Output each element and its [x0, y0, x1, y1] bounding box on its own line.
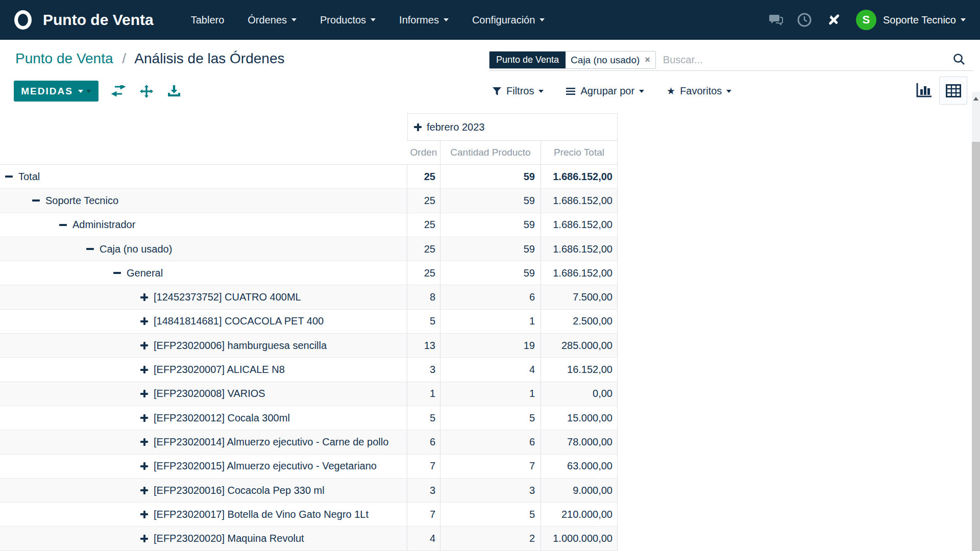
pivot-body: Total25591.686.152,00Soporte Tecnico2559… [0, 165, 618, 551]
expand-icon[interactable] [140, 535, 148, 542]
user-name-label: Soporte Tecnico [883, 14, 956, 26]
pivot-cell-precio: 210.000,00 [541, 503, 618, 527]
messages-icon[interactable] [768, 12, 783, 28]
expand-icon[interactable] [140, 511, 148, 518]
pivot-cell-orden: 6 [407, 430, 440, 454]
expand-icon[interactable] [140, 414, 148, 422]
expand-icon[interactable] [140, 462, 148, 470]
pivot-cell-cantidad: 7 [440, 455, 541, 479]
collapse-icon[interactable] [113, 269, 121, 277]
pivot-row-header[interactable]: Administrador [0, 213, 407, 237]
pivot-row-label: [EFP23020017] Botella de Vino Gato Negro… [154, 509, 369, 520]
chevron-down-icon [538, 90, 544, 93]
collapse-icon[interactable] [86, 245, 94, 253]
measures-button[interactable]: MEDIDAS [14, 81, 99, 102]
flip-axis-icon[interactable] [111, 85, 126, 97]
menu-informes[interactable]: Informes [387, 0, 460, 40]
chevron-down-icon [639, 90, 644, 93]
chevron-down-icon [540, 18, 545, 21]
pivot-row-header[interactable]: [EFP23020007] ALICALE N8 [0, 358, 407, 382]
pivot-cell-orden: 25 [407, 165, 440, 189]
collapse-icon[interactable] [59, 221, 67, 229]
pivot-measure-header-row: Orden Cantidad Producto Precio Total [0, 141, 618, 165]
pivot-row-header[interactable]: [EFP23020016] Cocacola Pep 330 ml [0, 479, 407, 503]
group-by-label: Agrupar por [580, 85, 634, 97]
pivot-cell-orden: 13 [407, 334, 440, 358]
group-by-dropdown[interactable]: Agrupar por [566, 85, 644, 97]
pivot-view-button[interactable] [939, 77, 967, 105]
chevron-down-icon [371, 18, 376, 21]
menu-productos[interactable]: Productos [308, 0, 387, 40]
download-icon[interactable] [167, 85, 181, 98]
pivot-row-header[interactable]: Soporte Tecnico [0, 189, 407, 213]
expand-icon[interactable] [140, 293, 148, 301]
expand-icon[interactable] [414, 123, 422, 131]
pivot-cell-cantidad: 6 [440, 285, 541, 309]
pivot-cell-cantidad: 59 [440, 213, 541, 237]
pivot-row-header[interactable]: [12452373752] CUATRO 400ML [0, 285, 407, 309]
pivot-cell-precio: 1.686.152,00 [541, 213, 618, 237]
menu-tablero[interactable]: Tablero [179, 0, 236, 40]
expand-icon[interactable] [140, 487, 148, 494]
chevron-down-icon [726, 90, 731, 93]
star-icon: ★ [667, 85, 675, 97]
pivot-row-header[interactable]: Total [0, 165, 407, 189]
pivot-row: Administrador25591.686.152,00 [0, 213, 618, 237]
pivot-row-header[interactable]: [EFP23020015] Almuerzo ejecutivo - Veget… [0, 455, 407, 479]
pivot-row-label: [EFP23020015] Almuerzo ejecutivo - Veget… [154, 460, 377, 472]
pivot-row: [EFP23020015] Almuerzo ejecutivo - Veget… [0, 455, 618, 479]
pivot-row: [EFP23020008] VARIOS110,00 [0, 382, 618, 406]
systray: S Soporte Tecnico [755, 10, 966, 30]
pivot-row: [14841814681] COCACOLA PET 400512.500,00 [0, 310, 618, 334]
pivot-row-header[interactable]: [EFP23020012] Cocala 300ml [0, 406, 407, 430]
expand-icon[interactable] [140, 342, 148, 349]
expand-all-icon[interactable] [140, 85, 153, 98]
scroll-up-arrow[interactable] [972, 92, 980, 105]
search-bar: Punto de Venta Caja (no usado) × [489, 49, 973, 71]
facet-remove-icon[interactable]: × [645, 55, 650, 65]
debug-tools-icon[interactable] [825, 12, 841, 28]
expand-icon[interactable] [140, 390, 148, 397]
menu-configuracion[interactable]: Configuración [460, 0, 556, 40]
user-avatar[interactable]: S [856, 10, 876, 30]
search-input[interactable] [663, 54, 952, 66]
scrollbar-thumb[interactable] [972, 142, 980, 551]
filter-funnel-icon [493, 87, 501, 95]
pivot-row-label: Total [18, 171, 40, 183]
user-menu[interactable]: Soporte Tecnico [883, 14, 966, 26]
expand-icon[interactable] [140, 366, 148, 373]
pivot-row: General25591.686.152,00 [0, 261, 618, 285]
favorites-dropdown[interactable]: ★ Favoritos [667, 85, 731, 97]
collapse-icon[interactable] [5, 173, 13, 181]
pivot-cell-precio: 1.686.152,00 [541, 189, 618, 213]
pivot-row-label: [12452373752] CUATRO 400ML [154, 291, 301, 303]
search-icon[interactable] [952, 53, 966, 68]
filters-dropdown[interactable]: Filtros [493, 85, 544, 97]
pivot-row-header[interactable]: [EFP23020014] Almuerzo ejecutivo - Carne… [0, 430, 407, 454]
pivot-row-header[interactable]: [EFP23020006] hamburguesa sencilla [0, 334, 407, 358]
pivot-row-header[interactable]: [EFP23020008] VARIOS [0, 382, 407, 406]
pivot-cell-cantidad: 5 [440, 503, 541, 527]
pivot-row-header[interactable]: Caja (no usado) [0, 237, 407, 261]
expand-icon[interactable] [140, 317, 148, 325]
column-header-cantidad[interactable]: Cantidad Producto [440, 141, 541, 165]
chevron-down-icon [444, 18, 449, 21]
collapse-icon[interactable] [32, 197, 40, 205]
pivot-row-header[interactable]: General [0, 261, 407, 285]
graph-view-button[interactable] [916, 83, 933, 98]
expand-icon[interactable] [140, 438, 148, 446]
pivot-cell-orden: 25 [407, 213, 440, 237]
menu-label: Órdenes [248, 14, 287, 26]
column-header-precio[interactable]: Precio Total [541, 141, 618, 165]
pivot-row-header[interactable]: [EFP23020017] Botella de Vino Gato Negro… [0, 503, 407, 527]
pivot-column-group-header[interactable]: febrero 2023 [407, 113, 618, 141]
pivot-row-label: Administrador [72, 219, 135, 231]
pivot-cell-cantidad: 1 [440, 382, 541, 406]
column-header-orden[interactable]: Orden [407, 141, 440, 165]
menu-ordenes[interactable]: Órdenes [236, 0, 308, 40]
pivot-row-header[interactable]: [EFP23020020] Maquina Revolut [0, 527, 407, 550]
pivot-row-header[interactable]: [14841814681] COCACOLA PET 400 [0, 310, 407, 334]
pivot-cell-cantidad: 59 [440, 261, 541, 285]
breadcrumb-parent-link[interactable]: Punto de Venta [15, 51, 113, 66]
activities-clock-icon[interactable] [797, 12, 812, 28]
